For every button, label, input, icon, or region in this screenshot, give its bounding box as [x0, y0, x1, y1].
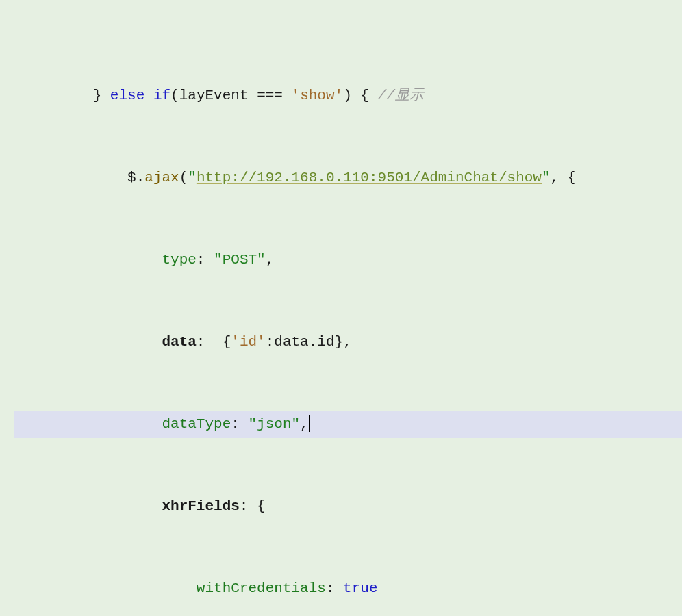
code-line: $.ajax("http://192.168.0.110:9501/AdminC…	[0, 164, 682, 192]
code-line: data: {'id':data.id},	[0, 329, 682, 356]
property: withCredentials	[197, 580, 326, 596]
code-line: withCredentials: true	[0, 575, 682, 602]
keyword-else: else	[110, 88, 144, 103]
string-literal: 'show'	[292, 88, 344, 103]
code-line: type: "POST",	[0, 246, 682, 274]
keyword-if: if	[153, 88, 170, 103]
identifier: $	[127, 170, 136, 185]
keyword-true: true	[343, 580, 377, 596]
code-editor[interactable]: } else if(layEvent === 'show') { //显示 $.…	[0, 0, 682, 616]
string-literal: "POST"	[214, 252, 266, 268]
property: dataType	[162, 416, 231, 432]
method: ajax	[144, 170, 179, 185]
identifier: data.id	[274, 334, 334, 350]
code-line: } else if(layEvent === 'show') { //显示	[0, 82, 682, 110]
code-line-active: dataType: "json",	[0, 411, 682, 438]
cursor-icon	[309, 415, 310, 432]
string-literal: 'id'	[231, 334, 265, 350]
url-literal: http://192.168.0.110:9501/AdminChat/show	[197, 170, 542, 185]
property: xhrFields	[162, 498, 239, 514]
gutter	[0, 0, 14, 616]
property: type	[162, 252, 196, 268]
operator: ===	[249, 88, 292, 103]
code-line: xhrFields: {	[0, 493, 682, 520]
identifier: layEvent	[179, 88, 249, 103]
property: data	[162, 334, 196, 350]
comment: //显示	[378, 88, 424, 103]
string-literal: "json"	[248, 416, 300, 432]
